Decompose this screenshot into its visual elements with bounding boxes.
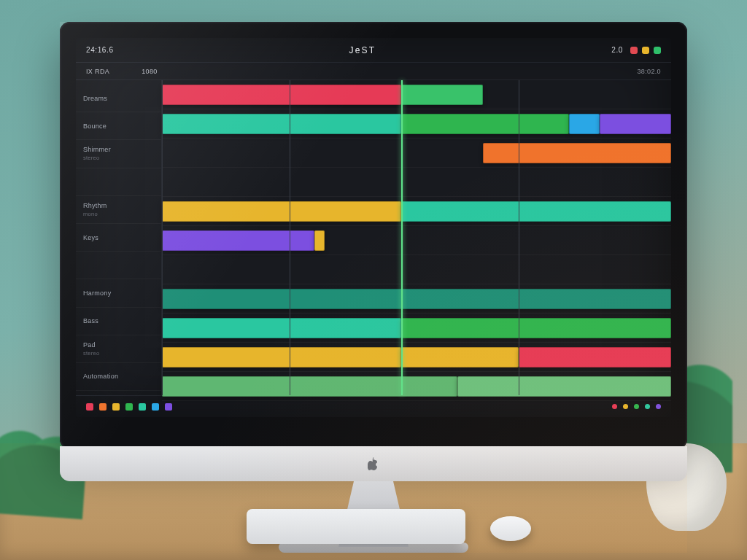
topbar: 24:16.6 JeST 2.0 [76,38,671,63]
close-icon[interactable] [630,47,638,54]
clip[interactable] [162,376,457,397]
swatch[interactable] [86,403,93,411]
track-header[interactable]: Rhythmmono [76,196,161,224]
clip[interactable] [401,85,483,105]
gridline [290,80,290,395]
minimize-icon[interactable] [642,47,649,54]
timecode-current: 24:16.6 [86,46,114,54]
mouse [490,516,531,541]
timeline-row[interactable] [162,226,671,255]
track-header[interactable] [76,168,161,196]
timeline-row[interactable] [162,197,671,226]
window-controls [630,47,661,54]
track-name: Dreams [83,95,154,102]
keyboard [247,509,465,544]
status-dot [612,404,617,409]
track-header[interactable]: Dreams [76,85,161,112]
clip[interactable] [162,318,401,338]
status-dot [645,404,650,409]
topbar-left: 24:16.6 [86,46,114,54]
info-tab[interactable]: IX RDA [86,68,109,75]
workspace: DreamsBounceShimmerstereoRhythmmonoKeysH… [76,80,671,395]
track-subtitle: stereo [83,155,154,161]
clip[interactable] [519,347,671,368]
swatch[interactable] [139,403,146,411]
clip[interactable] [162,114,401,134]
swatch[interactable] [99,403,107,411]
track-header[interactable]: Keys [76,224,161,252]
timeline-row[interactable] [162,314,671,343]
swatch[interactable] [112,403,120,411]
timeline-row[interactable] [162,139,671,168]
color-swatches [86,403,172,411]
clip[interactable] [162,230,314,251]
clip[interactable] [162,289,671,309]
app-screen: 24:16.6 JeST 2.0 IX RDA1080 38:02.0 Drea [76,38,671,417]
playhead[interactable] [401,80,403,395]
timeline-row[interactable] [162,109,671,139]
swatch[interactable] [152,403,159,411]
track-name: Bounce [83,122,154,130]
gridline [519,80,519,395]
monitor-bezel: 24:16.6 JeST 2.0 IX RDA1080 38:02.0 Drea [60,22,687,449]
monitor: 24:16.6 JeST 2.0 IX RDA1080 38:02.0 Drea [60,22,687,553]
swatch[interactable] [165,403,172,411]
topbar-right: 2.0 [611,46,661,54]
clip[interactable] [162,85,401,105]
track-name: Pad [83,341,154,349]
clip[interactable] [569,114,600,134]
monitor-chin [60,446,687,481]
track-name: Bass [83,317,154,324]
clip[interactable] [162,201,401,222]
status-dot [656,404,661,409]
swatch[interactable] [125,403,133,411]
track-name: Shimmer [83,146,154,153]
timeline-row[interactable] [162,80,671,109]
clip[interactable] [483,143,671,163]
track-subtitle: mono [83,211,154,217]
timeline-row[interactable] [162,255,671,284]
track-header[interactable]: Shimmerstereo [76,140,161,168]
clip[interactable] [401,347,519,368]
track-sidebar: DreamsBounceShimmerstereoRhythmmonoKeysH… [76,80,162,395]
track-header[interactable] [76,252,161,279]
info-tabs: IX RDA1080 [86,68,158,75]
track-header[interactable]: Bounce [76,112,161,140]
track-header[interactable]: Harmony [76,279,161,307]
timeline-rows [162,80,671,395]
track-name: Automation [83,373,154,380]
track-name: Harmony [83,289,154,297]
timeline-row[interactable] [162,343,671,372]
app-title: JeST [349,45,376,55]
clip[interactable] [600,114,671,134]
info-tab[interactable]: 1080 [142,68,157,75]
timeline-row[interactable] [162,284,671,314]
clip[interactable] [162,347,401,368]
track-header[interactable]: Padstereo [76,335,161,363]
apple-logo-icon [368,457,379,470]
clip[interactable] [401,318,671,338]
timeline-row[interactable] [162,372,671,401]
track-name: Keys [83,234,154,241]
clip[interactable] [314,230,325,251]
clip[interactable] [457,376,671,397]
track-header[interactable]: Bass [76,308,161,335]
clip[interactable] [401,201,671,222]
timecode-end: 38:02.0 [637,68,661,75]
status-dots [612,404,661,409]
maximize-icon[interactable] [654,47,661,54]
infobar: IX RDA1080 38:02.0 [76,63,671,80]
status-dot [634,404,639,409]
gridline [162,80,163,395]
track-subtitle: stereo [83,350,154,357]
timeline-row[interactable] [162,168,671,197]
status-dot [623,404,628,409]
zoom-scale: 2.0 [611,46,623,54]
clip[interactable] [401,114,569,134]
track-header[interactable]: Automation [76,363,161,391]
track-name: Rhythm [83,202,154,209]
timeline[interactable] [162,80,671,395]
